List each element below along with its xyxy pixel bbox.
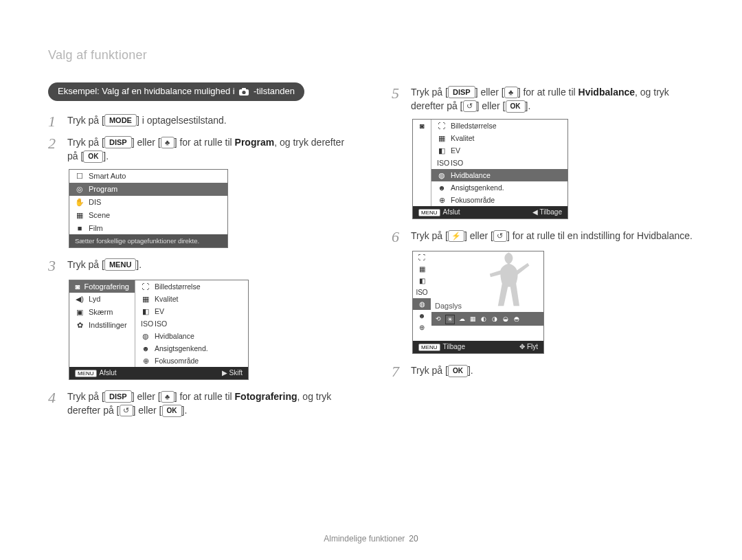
item-label: Ansigtsgenkend. <box>451 183 504 192</box>
list-item: ☻Ansigtsgenkend. <box>135 342 248 355</box>
side-icon: ⊕ <box>413 322 431 333</box>
camera-icon: ◙ <box>418 122 425 130</box>
menu-icon: MENU <box>418 344 440 351</box>
item-icon: ◧ <box>141 307 150 315</box>
footer-tilbage: Tilbage <box>443 343 465 350</box>
item-label: Indstillinger <box>89 321 127 329</box>
ok-button: OK <box>448 365 468 377</box>
footer-flyt-icon: ✥ <box>519 343 525 350</box>
list-item: ⊕Fokusområde <box>431 194 567 206</box>
side-icon: ◍ <box>413 298 431 310</box>
step-number: 5 <box>392 85 404 113</box>
item-icon: ⛶ <box>141 282 150 291</box>
list-item: ◙Fotografering <box>69 280 135 293</box>
mode-label: Program <box>89 185 117 193</box>
step-body: Tryk på [DISP] eller [♣] for at rulle ti… <box>67 390 357 418</box>
list-item: ▦Kvalitet <box>431 132 567 144</box>
mode-button: MODE <box>104 114 137 126</box>
item-icon: ✿ <box>75 321 85 330</box>
macro-button-icon: ♣ <box>504 87 518 98</box>
item-label: Kvalitet <box>155 295 178 303</box>
item-icon: ⊕ <box>141 357 150 365</box>
shoot-panel: ◙ ⛶Billedstørrelse▦Kvalitet◧EVISOISO◍Hvi… <box>412 119 568 219</box>
item-label: ISO <box>155 320 167 328</box>
mode-icon: ▦ <box>75 211 85 220</box>
item-icon: ◧ <box>437 146 447 155</box>
item-icon: ISO <box>437 159 447 167</box>
list-item: ✿Indstillinger <box>69 319 135 332</box>
step-number: 1 <box>48 113 60 130</box>
item-icon: ▦ <box>141 295 150 303</box>
section-title: Valg af funktioner <box>48 48 147 63</box>
mode-icon: ☐ <box>75 172 85 181</box>
wb-option-icon: ◓ <box>513 315 521 323</box>
item-label: ISO <box>451 159 463 167</box>
item-icon: ◙ <box>75 282 80 291</box>
item-icon: ⊕ <box>437 196 447 204</box>
step-number: 6 <box>392 229 404 245</box>
list-item: ISOISO <box>431 157 567 169</box>
list-item: ▦Scene <box>69 209 227 222</box>
side-icon: ▦ <box>413 263 431 275</box>
menu-button: MENU <box>104 258 136 271</box>
mode-label: Smart Auto <box>89 172 126 180</box>
mode-label: Scene <box>89 211 110 219</box>
footer-skift-icon: ▶ <box>222 369 227 377</box>
step-number: 3 <box>48 258 60 274</box>
program-bold: Program <box>235 137 275 148</box>
list-item: ☻Ansigtsgenkend. <box>431 181 567 194</box>
page-number: 20 <box>409 534 418 544</box>
item-label: EV <box>451 146 460 155</box>
menu-icon: MENU <box>418 209 440 216</box>
item-icon: ⛶ <box>437 122 447 130</box>
disp-button: DISP <box>104 390 132 403</box>
item-icon: ☻ <box>437 183 447 192</box>
item-label: Kvalitet <box>451 134 474 142</box>
fotografering-bold: Fotografering <box>235 391 297 402</box>
ok-button: OK <box>83 150 103 163</box>
item-label: Hvidbalance <box>155 332 194 340</box>
list-item: ⊕Fokusområde <box>135 355 248 367</box>
hvidbalance-bold: Hvidbalance <box>578 87 635 98</box>
item-label: Skærm <box>89 308 113 316</box>
list-item: ⛶Billedstørrelse <box>431 120 567 132</box>
step-number: 2 <box>48 135 60 164</box>
list-item: ▦Kvalitet <box>135 293 248 305</box>
list-item: ISOISO <box>135 317 248 330</box>
item-label: Billedstørrelse <box>451 122 497 130</box>
item-label: Fotografering <box>85 282 129 291</box>
step-body: Tryk på [MODE] i optagelsestilstand. <box>67 113 357 130</box>
side-icon: ⛶ <box>413 251 431 263</box>
flash-button-icon: ⚡ <box>448 230 464 242</box>
item-label: Fokusområde <box>451 196 495 204</box>
step-number: 7 <box>392 363 404 380</box>
item-icon: ▣ <box>75 308 85 317</box>
footer-tilbage: Tilbage <box>540 208 562 216</box>
disp-button: DISP <box>104 136 132 148</box>
item-icon: ISO <box>141 320 150 328</box>
list-item: ☐Smart Auto <box>69 170 227 183</box>
list-item: ■Film <box>69 222 227 234</box>
side-icon: ◙ <box>413 120 431 132</box>
camera-icon <box>239 87 249 98</box>
item-icon: ◀) <box>75 295 85 304</box>
svg-point-2 <box>243 91 246 94</box>
list-item: ⛶Billedstørrelse <box>135 280 248 293</box>
list-item: ◍Hvidbalance <box>135 330 248 342</box>
side-icon: ISO <box>413 287 431 298</box>
list-item: ◧EV <box>135 305 248 317</box>
mode-list-panel: ☐Smart Auto◎Program✋DIS▦Scene■FilmSætter… <box>69 169 228 248</box>
item-label: Fokusområde <box>155 357 199 365</box>
macro-button-icon: ♣ <box>161 137 175 148</box>
wb-option-icon: ⟲ <box>434 315 442 323</box>
example-callout: Eksempel: Valg af en hvidbalance mulighe… <box>48 82 304 101</box>
ok-button: OK <box>162 405 182 417</box>
wb-option-icon: ☀ <box>445 315 455 324</box>
macro-button-icon: ♣ <box>161 391 175 403</box>
list-item: ✋DIS <box>69 196 227 209</box>
wb-label: Dagslys <box>431 300 543 312</box>
svg-rect-1 <box>242 88 246 90</box>
step-number: 4 <box>48 390 60 418</box>
list-item: ◎Program <box>69 183 227 196</box>
menu-panel: ◙Fotografering◀)Lyd▣Skærm✿Indstillinger … <box>69 280 249 380</box>
